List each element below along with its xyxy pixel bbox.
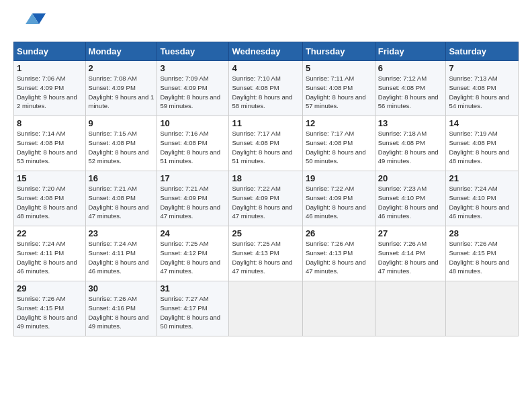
day-number: 21 <box>449 173 515 183</box>
day-info: Sunrise: 7:22 AMSunset: 4:09 PMDaylight:… <box>232 185 292 220</box>
calendar-weekday-header: Saturday <box>446 42 519 61</box>
day-number: 1 <box>17 63 83 73</box>
calendar-day-cell: 6 Sunrise: 7:12 AMSunset: 4:08 PMDayligh… <box>375 61 446 116</box>
logo-icon <box>13 11 46 36</box>
calendar-day-cell <box>375 281 446 336</box>
calendar-day-cell: 28 Sunrise: 7:26 AMSunset: 4:15 PMDaylig… <box>446 226 519 281</box>
calendar-day-cell: 26 Sunrise: 7:26 AMSunset: 4:13 PMDaylig… <box>302 226 375 281</box>
day-number: 18 <box>232 173 299 183</box>
day-number: 25 <box>232 228 299 238</box>
day-info: Sunrise: 7:19 AMSunset: 4:08 PMDaylight:… <box>449 130 509 165</box>
day-number: 11 <box>232 118 299 128</box>
day-info: Sunrise: 7:25 AMSunset: 4:12 PMDaylight:… <box>160 240 220 275</box>
calendar-day-cell: 18 Sunrise: 7:22 AMSunset: 4:09 PMDaylig… <box>229 171 302 226</box>
day-info: Sunrise: 7:23 AMSunset: 4:10 PMDaylight:… <box>378 185 439 220</box>
day-info: Sunrise: 7:16 AMSunset: 4:08 PMDaylight:… <box>160 130 220 165</box>
day-info: Sunrise: 7:13 AMSunset: 4:08 PMDaylight:… <box>449 75 509 109</box>
calendar-day-cell: 19 Sunrise: 7:22 AMSunset: 4:09 PMDaylig… <box>302 171 375 226</box>
calendar-day-cell: 25 Sunrise: 7:25 AMSunset: 4:13 PMDaylig… <box>229 226 302 281</box>
day-info: Sunrise: 7:09 AMSunset: 4:09 PMDaylight:… <box>160 75 220 109</box>
day-number: 13 <box>378 118 443 128</box>
calendar-day-cell: 16 Sunrise: 7:21 AMSunset: 4:08 PMDaylig… <box>85 171 157 226</box>
calendar-day-cell: 7 Sunrise: 7:13 AMSunset: 4:08 PMDayligh… <box>446 61 519 116</box>
calendar-header-row: SundayMondayTuesdayWednesdayThursdayFrid… <box>14 42 519 61</box>
calendar-day-cell: 22 Sunrise: 7:24 AMSunset: 4:11 PMDaylig… <box>14 226 86 281</box>
day-number: 26 <box>306 228 372 238</box>
day-info: Sunrise: 7:20 AMSunset: 4:08 PMDaylight:… <box>17 185 77 220</box>
day-info: Sunrise: 7:26 AMSunset: 4:15 PMDaylight:… <box>17 295 77 330</box>
day-info: Sunrise: 7:26 AMSunset: 4:16 PMDaylight:… <box>89 295 149 330</box>
day-number: 22 <box>17 228 83 238</box>
day-info: Sunrise: 7:08 AMSunset: 4:09 PMDaylight:… <box>89 75 154 109</box>
calendar-day-cell <box>229 281 302 336</box>
calendar-weekday-header: Monday <box>85 42 157 61</box>
day-info: Sunrise: 7:21 AMSunset: 4:09 PMDaylight:… <box>160 185 220 220</box>
calendar-day-cell: 8 Sunrise: 7:14 AMSunset: 4:08 PMDayligh… <box>14 116 86 171</box>
day-number: 12 <box>306 118 372 128</box>
day-info: Sunrise: 7:26 AMSunset: 4:15 PMDaylight:… <box>449 240 509 275</box>
day-info: Sunrise: 7:26 AMSunset: 4:13 PMDaylight:… <box>306 240 366 275</box>
day-number: 28 <box>449 228 515 238</box>
calendar-day-cell: 24 Sunrise: 7:25 AMSunset: 4:12 PMDaylig… <box>157 226 229 281</box>
day-info: Sunrise: 7:24 AMSunset: 4:10 PMDaylight:… <box>449 185 509 220</box>
day-number: 4 <box>232 63 299 73</box>
day-number: 19 <box>306 173 372 183</box>
calendar-day-cell: 29 Sunrise: 7:26 AMSunset: 4:15 PMDaylig… <box>14 281 86 336</box>
calendar-weekday-header: Sunday <box>14 42 86 61</box>
calendar-day-cell: 9 Sunrise: 7:15 AMSunset: 4:08 PMDayligh… <box>85 116 157 171</box>
day-info: Sunrise: 7:14 AMSunset: 4:08 PMDaylight:… <box>17 130 77 165</box>
day-number: 31 <box>160 283 226 293</box>
day-info: Sunrise: 7:18 AMSunset: 4:08 PMDaylight:… <box>378 130 439 165</box>
day-number: 8 <box>17 118 83 128</box>
day-info: Sunrise: 7:25 AMSunset: 4:13 PMDaylight:… <box>232 240 292 275</box>
calendar-day-cell: 17 Sunrise: 7:21 AMSunset: 4:09 PMDaylig… <box>157 171 229 226</box>
day-number: 29 <box>17 283 83 293</box>
day-info: Sunrise: 7:24 AMSunset: 4:11 PMDaylight:… <box>89 240 149 275</box>
calendar-day-cell: 27 Sunrise: 7:26 AMSunset: 4:14 PMDaylig… <box>375 226 446 281</box>
calendar-day-cell: 5 Sunrise: 7:11 AMSunset: 4:08 PMDayligh… <box>302 61 375 116</box>
calendar-day-cell: 15 Sunrise: 7:20 AMSunset: 4:08 PMDaylig… <box>14 171 86 226</box>
calendar-day-cell <box>446 281 519 336</box>
calendar-day-cell: 3 Sunrise: 7:09 AMSunset: 4:09 PMDayligh… <box>157 61 229 116</box>
calendar-day-cell: 12 Sunrise: 7:17 AMSunset: 4:08 PMDaylig… <box>302 116 375 171</box>
calendar-day-cell: 14 Sunrise: 7:19 AMSunset: 4:08 PMDaylig… <box>446 116 519 171</box>
day-number: 27 <box>378 228 443 238</box>
calendar-day-cell: 21 Sunrise: 7:24 AMSunset: 4:10 PMDaylig… <box>446 171 519 226</box>
day-number: 23 <box>89 228 154 238</box>
day-number: 14 <box>449 118 515 128</box>
day-number: 9 <box>89 118 154 128</box>
calendar-day-cell <box>302 281 375 336</box>
day-info: Sunrise: 7:17 AMSunset: 4:08 PMDaylight:… <box>232 130 292 165</box>
day-info: Sunrise: 7:17 AMSunset: 4:08 PMDaylight:… <box>306 130 366 165</box>
day-info: Sunrise: 7:26 AMSunset: 4:14 PMDaylight:… <box>378 240 439 275</box>
day-number: 6 <box>378 63 443 73</box>
calendar-week-row: 29 Sunrise: 7:26 AMSunset: 4:15 PMDaylig… <box>14 281 519 336</box>
day-number: 5 <box>306 63 372 73</box>
day-info: Sunrise: 7:10 AMSunset: 4:08 PMDaylight:… <box>232 75 292 109</box>
calendar-weekday-header: Tuesday <box>157 42 229 61</box>
day-number: 7 <box>449 63 515 73</box>
calendar-week-row: 1 Sunrise: 7:06 AMSunset: 4:09 PMDayligh… <box>14 61 519 116</box>
day-info: Sunrise: 7:21 AMSunset: 4:08 PMDaylight:… <box>89 185 149 220</box>
calendar-week-row: 15 Sunrise: 7:20 AMSunset: 4:08 PMDaylig… <box>14 171 519 226</box>
day-info: Sunrise: 7:22 AMSunset: 4:09 PMDaylight:… <box>306 185 366 220</box>
day-number: 15 <box>17 173 83 183</box>
day-info: Sunrise: 7:27 AMSunset: 4:17 PMDaylight:… <box>160 295 220 330</box>
header <box>13 11 519 36</box>
day-number: 20 <box>378 173 443 183</box>
calendar-day-cell: 13 Sunrise: 7:18 AMSunset: 4:08 PMDaylig… <box>375 116 446 171</box>
day-number: 2 <box>89 63 154 73</box>
calendar-day-cell: 2 Sunrise: 7:08 AMSunset: 4:09 PMDayligh… <box>85 61 157 116</box>
calendar-day-cell: 4 Sunrise: 7:10 AMSunset: 4:08 PMDayligh… <box>229 61 302 116</box>
calendar-container: SundayMondayTuesdayWednesdayThursdayFrid… <box>0 0 532 343</box>
day-number: 17 <box>160 173 226 183</box>
day-number: 24 <box>160 228 226 238</box>
calendar-day-cell: 23 Sunrise: 7:24 AMSunset: 4:11 PMDaylig… <box>85 226 157 281</box>
day-info: Sunrise: 7:12 AMSunset: 4:08 PMDaylight:… <box>378 75 439 109</box>
day-info: Sunrise: 7:06 AMSunset: 4:09 PMDaylight:… <box>17 75 77 109</box>
calendar-week-row: 8 Sunrise: 7:14 AMSunset: 4:08 PMDayligh… <box>14 116 519 171</box>
calendar-day-cell: 10 Sunrise: 7:16 AMSunset: 4:08 PMDaylig… <box>157 116 229 171</box>
day-number: 3 <box>160 63 226 73</box>
day-number: 16 <box>89 173 154 183</box>
calendar-week-row: 22 Sunrise: 7:24 AMSunset: 4:11 PMDaylig… <box>14 226 519 281</box>
